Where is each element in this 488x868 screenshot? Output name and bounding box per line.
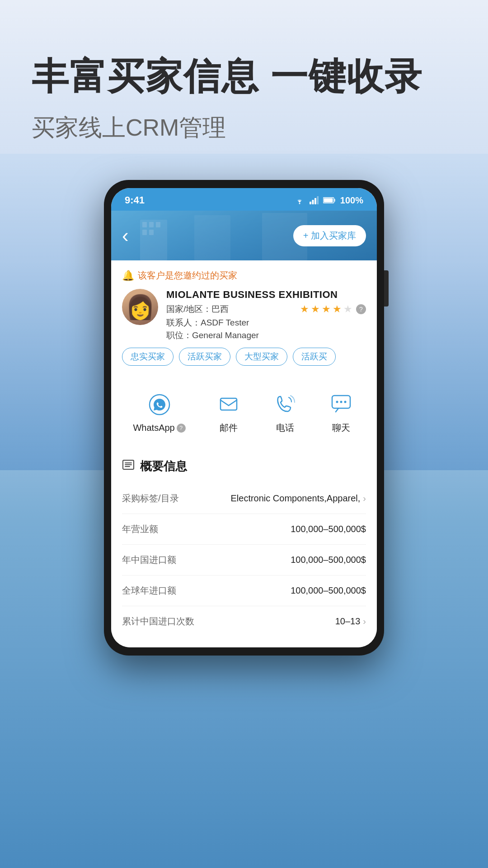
main-title: 丰富买家信息 一键收录 [32,54,456,99]
whatsapp-label: WhatsApp ? [133,423,185,433]
star-2: ★ [311,303,320,315]
notice-icon: 🔔 [122,270,134,282]
chat-icon-circle [328,390,355,417]
wifi-icon [294,196,305,204]
overview-title: 概要信息 [140,458,187,474]
info-row-purchase[interactable]: 采购标签/目录 Electronic Components,Apparel, › [122,483,366,514]
avatar [122,289,158,325]
buyer-info-row: MIOLANTE BUSINESS EXHIBITION 国家/地区：巴西 ★ … [122,289,366,341]
action-email[interactable]: 邮件 [215,390,242,434]
rating-help-icon[interactable]: ? [356,304,366,314]
svg-rect-18 [221,398,237,410]
info-row-import-count[interactable]: 累计中国进口次数 10–13 › [122,606,366,637]
battery-percent: 100% [340,195,363,206]
chevron-icon-import-count: › [363,616,366,627]
email-icon-circle [215,390,242,417]
company-name: MIOLANTE BUSINESS EXHIBITION [166,289,366,301]
contact-row: 联系人：ASDF Tester [166,317,366,329]
overview-icon [122,458,135,474]
whatsapp-help-icon[interactable]: ? [177,424,186,433]
svg-point-20 [336,401,338,403]
svg-rect-13 [142,230,147,235]
add-buyer-button[interactable]: + 加入买家库 [293,225,366,246]
action-phone[interactable]: 电话 [272,390,299,434]
action-whatsapp[interactable]: WhatsApp ? [133,391,185,433]
phone-screen: 9:41 [111,188,377,647]
star-1: ★ [300,303,309,315]
star-5: ★ [343,303,352,315]
phone-label: 电话 [276,422,294,434]
section-header: 概要信息 [122,458,366,474]
info-row-revenue: 年营业额 100,000–500,000$ [122,514,366,545]
notice-text: 该客户是您邀约过的买家 [138,269,237,282]
list-icon [122,458,135,471]
info-value-import-count: 10–13 › [335,616,366,627]
info-label-revenue: 年营业额 [122,523,158,535]
sub-title: 买家线上CRM管理 [32,112,456,144]
phone-icon-circle [272,390,299,417]
whatsapp-icon [148,393,171,416]
chevron-icon-purchase: › [363,493,366,504]
svg-rect-6 [324,198,333,203]
star-3: ★ [322,303,331,315]
svg-point-22 [344,401,347,403]
status-time: 9:41 [125,194,145,206]
email-label: 邮件 [220,422,238,434]
add-buyer-label: + 加入买家库 [303,230,356,242]
email-icon [217,392,240,415]
buyer-card: 🔔 该客户是您邀约过的买家 MIOLANTE BUSINESS EXHIBITI… [111,260,377,375]
svg-rect-12 [156,222,160,227]
info-label-purchase: 采购标签/目录 [122,492,179,505]
position-row: 职位：General Manager [166,330,366,341]
signal-icon [310,196,319,204]
chat-label: 聊天 [332,422,350,434]
info-label-china-import: 年中国进口额 [122,554,176,566]
battery-icon [323,197,336,204]
avatar-inner [122,289,158,325]
info-value-china-import: 100,000–500,000$ [291,555,366,565]
svg-rect-3 [314,198,316,204]
tag-large: 大型买家 [236,348,287,366]
customer-notice: 🔔 该客户是您邀约过的买家 [122,269,366,282]
info-value-revenue: 100,000–500,000$ [291,524,366,534]
stars: ★ ★ ★ ★ ★ ? [300,303,366,315]
star-4: ★ [333,303,342,315]
phone-icon [273,392,297,415]
tag-active: 活跃买家 [179,348,230,366]
info-value-global-import: 100,000–500,000$ [291,585,366,596]
tag-active2: 活跃买 [293,348,336,366]
whatsapp-icon-circle [146,391,173,418]
svg-rect-15 [194,215,230,260]
country-row: 国家/地区：巴西 ★ ★ ★ ★ ★ ? [166,303,366,315]
info-label-global-import: 全球年进口额 [122,585,176,597]
info-row-china-import: 年中国进口额 100,000–500,000$ [122,545,366,576]
action-chat[interactable]: 聊天 [328,390,355,434]
svg-rect-2 [312,200,314,204]
header-section: 丰富买家信息 一键收录 买家线上CRM管理 [0,0,488,171]
phone-mockup: 9:41 [104,180,384,656]
overview-section: 概要信息 采购标签/目录 Electronic Components,Appar… [111,448,377,647]
svg-rect-7 [334,199,335,202]
back-button[interactable]: ‹ [122,224,129,247]
svg-point-0 [299,203,300,204]
tag-loyal: 忠实买家 [122,348,174,366]
top-image-area: ‹ + 加入买家库 [111,211,377,260]
chat-icon [329,392,353,415]
actions-section: WhatsApp ? 邮件 [111,379,377,443]
svg-rect-10 [142,222,147,227]
info-row-global-import: 全球年进口额 100,000–500,000$ [122,576,366,606]
phone-container: 9:41 [0,180,488,656]
info-value-purchase: Electronic Components,Apparel, › [231,493,366,504]
svg-rect-4 [317,196,319,204]
buyer-details: MIOLANTE BUSINESS EXHIBITION 国家/地区：巴西 ★ … [166,289,366,341]
tags-row: 忠实买家 活跃买家 大型买家 活跃买 [122,348,366,366]
status-bar: 9:41 [111,188,377,211]
svg-rect-1 [310,202,311,204]
status-icons: 100% [294,195,363,206]
svg-point-21 [340,401,343,403]
info-label-import-count: 累计中国进口次数 [122,615,194,627]
svg-rect-14 [149,230,154,235]
country-label: 国家/地区：巴西 [166,303,229,315]
svg-rect-11 [149,222,154,227]
